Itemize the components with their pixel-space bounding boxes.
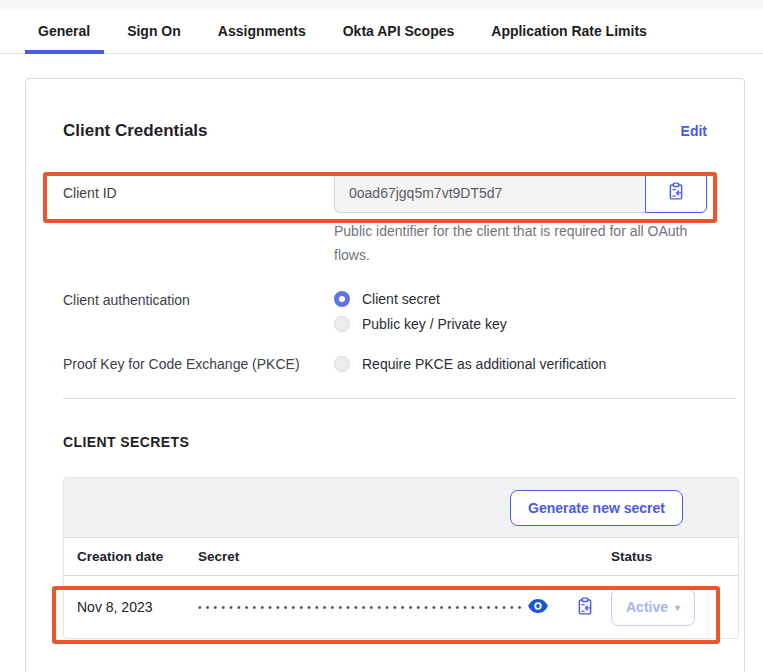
client-id-label: Client ID	[63, 185, 334, 201]
pkce-option[interactable]: Require PKCE as additional verification	[334, 356, 606, 372]
client-authentication-row: Client authentication Client secret Publ…	[63, 291, 736, 332]
pkce-label: Proof Key for Code Exchange (PKCE)	[63, 356, 334, 372]
edit-link[interactable]: Edit	[681, 123, 707, 139]
tab-application-rate-limits[interactable]: Application Rate Limits	[491, 11, 647, 53]
clipboard-copy-icon	[576, 597, 594, 618]
secrets-table-toolbar: Generate new secret	[64, 478, 738, 538]
client-secrets-heading: CLIENT SECRETS	[63, 434, 736, 450]
secret-creation-date: Nov 8, 2023	[64, 599, 198, 615]
tab-assignments[interactable]: Assignments	[218, 11, 306, 53]
masked-secret-value: ••••••••••••••••••••••••••••••••••••••••…	[198, 602, 522, 613]
client-secrets-table: Generate new secret Creation date Secret…	[63, 477, 739, 639]
pkce-row: Proof Key for Code Exchange (PKCE) Requi…	[63, 356, 736, 372]
radio-public-private-key-label: Public key / Private key	[362, 316, 507, 332]
radio-unselected-icon[interactable]	[334, 316, 350, 332]
pkce-checkbox[interactable]	[334, 356, 350, 372]
client-id-input[interactable]	[334, 172, 645, 213]
clipboard-copy-icon	[667, 182, 685, 203]
client-id-row: Client ID	[63, 172, 736, 213]
secrets-table-header-row: Creation date Secret Status	[64, 538, 738, 576]
status-label: Active	[626, 599, 668, 615]
radio-public-private-key[interactable]: Public key / Private key	[334, 316, 507, 332]
card-header: Client Credentials Edit	[63, 121, 736, 141]
generate-new-secret-button[interactable]: Generate new secret	[510, 490, 683, 526]
pkce-option-label: Require PKCE as additional verification	[362, 356, 606, 372]
client-authentication-label: Client authentication	[63, 291, 334, 308]
client-id-help-text: Public identifier for the client that is…	[334, 219, 706, 267]
client-authentication-options: Client secret Public key / Private key	[334, 291, 507, 332]
header-secret: Secret	[198, 549, 611, 564]
radio-client-secret[interactable]: Client secret	[334, 291, 507, 307]
secret-cell: ••••••••••••••••••••••••••••••••••••••••…	[198, 597, 611, 618]
tab-okta-api-scopes[interactable]: Okta API Scopes	[343, 11, 455, 53]
tab-bar: General Sign On Assignments Okta API Sco…	[0, 10, 763, 54]
client-id-field-group	[334, 172, 707, 213]
header-status: Status	[611, 549, 738, 564]
top-strip	[0, 0, 763, 10]
radio-selected-icon[interactable]	[334, 291, 350, 307]
status-dropdown-button[interactable]: Active ▾	[611, 589, 695, 626]
header-creation-date: Creation date	[64, 549, 198, 564]
copy-client-id-button[interactable]	[645, 172, 707, 213]
secret-table-row: Nov 8, 2023 ••••••••••••••••••••••••••••…	[64, 576, 738, 638]
tab-general[interactable]: General	[38, 11, 90, 53]
eye-icon	[528, 599, 548, 616]
section-divider	[63, 398, 736, 399]
radio-client-secret-label: Client secret	[362, 291, 440, 307]
okta-app-settings-page: General Sign On Assignments Okta API Sco…	[0, 0, 763, 672]
client-credentials-card: Client Credentials Edit Client ID	[25, 78, 745, 672]
secret-status-cell: Active ▾	[611, 589, 738, 626]
chevron-down-icon: ▾	[675, 602, 680, 613]
copy-secret-button[interactable]	[576, 597, 594, 618]
reveal-secret-button[interactable]	[528, 599, 548, 616]
section-title: Client Credentials	[63, 121, 208, 141]
tab-sign-on[interactable]: Sign On	[127, 11, 181, 53]
